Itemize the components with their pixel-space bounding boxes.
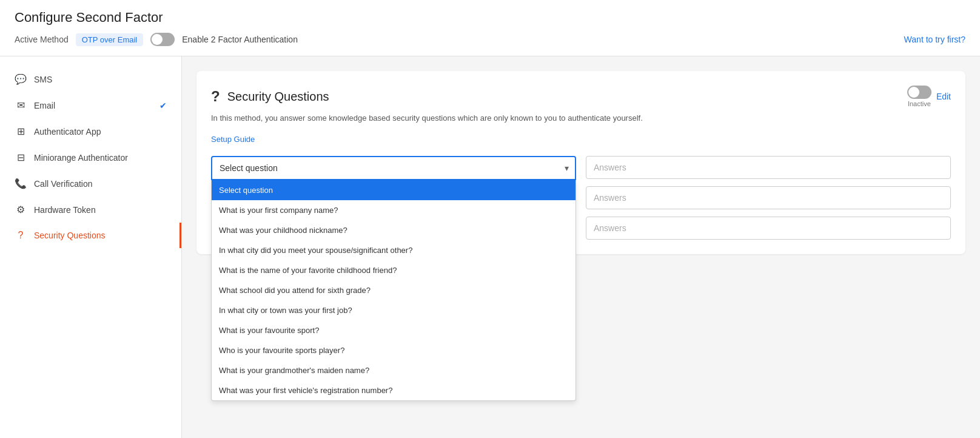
page-title: Configure Second Factor	[15, 10, 965, 25]
call-verification-icon: 📞	[15, 178, 27, 189]
email-check-icon: ✔	[159, 101, 167, 110]
card-description: In this method, you answer some knowledg…	[211, 112, 951, 124]
inactive-toggle-wrapper: Inactive	[907, 86, 931, 107]
sidebar-item-security-questions[interactable]: ?Security Questions	[0, 223, 181, 248]
sms-icon: 💬	[15, 73, 27, 85]
sidebar-label-miniorange-authenticator: Miniorange Authenticator	[34, 153, 128, 163]
answer-input-2[interactable]	[586, 186, 951, 209]
dropdown-item-0[interactable]: Select question	[212, 180, 576, 200]
content-area: ? Security Questions Inactive Edit In th…	[182, 56, 980, 438]
enable-2fa-toggle[interactable]	[150, 33, 175, 46]
sidebar-item-email[interactable]: ✉Email✔	[0, 92, 181, 118]
sidebar-label-sms: SMS	[34, 75, 52, 84]
miniorange-authenticator-icon: ⊟	[15, 152, 27, 163]
answer-input-1[interactable]	[586, 156, 951, 179]
security-questions-card: ? Security Questions Inactive Edit In th…	[196, 71, 965, 254]
dropdown-item-4[interactable]: What is the name of your favorite childh…	[212, 260, 576, 280]
sidebar-item-call-verification[interactable]: 📞Call Verification	[0, 170, 181, 197]
dropdown-item-1[interactable]: What is your first company name?	[212, 200, 576, 220]
card-controls: Inactive Edit	[907, 86, 951, 107]
sidebar-item-authenticator-app[interactable]: ⊞Authenticator App	[0, 118, 181, 144]
dropdown-item-8[interactable]: Who is your favourite sports player?	[212, 340, 576, 360]
sidebar-item-sms[interactable]: 💬SMS	[0, 66, 181, 92]
method-badge: OTP over Email	[76, 33, 144, 46]
card-title: Security Questions	[227, 90, 329, 104]
main-layout: 💬SMS✉Email✔⊞Authenticator App⊟Miniorange…	[0, 56, 980, 438]
header-row: Active Method OTP over Email Enable 2 Fa…	[15, 33, 965, 46]
security-questions-icon: ?	[15, 230, 27, 241]
setup-guide-link[interactable]: Setup Guide	[211, 135, 255, 144]
sidebar-label-call-verification: Call Verification	[34, 179, 93, 189]
enable-2fa-label: Enable 2 Factor Authentication	[182, 35, 298, 44]
sidebar: 💬SMS✉Email✔⊞Authenticator App⊟Miniorange…	[0, 56, 182, 438]
card-header: ? Security Questions Inactive Edit	[211, 86, 951, 107]
answer-input-3[interactable]	[586, 217, 951, 240]
security-question-icon: ?	[211, 88, 220, 105]
dropdown-item-10[interactable]: What was your first vehicle's registrati…	[212, 380, 576, 400]
email-icon: ✉	[15, 99, 27, 111]
sidebar-label-hardware-token: Hardware Token	[34, 205, 96, 215]
sidebar-label-email: Email	[34, 101, 55, 110]
dropdown-item-7[interactable]: What is your favourite sport?	[212, 320, 576, 340]
edit-link[interactable]: Edit	[936, 92, 951, 101]
question-dropdown-list: Select questionWhat is your first compan…	[211, 180, 576, 401]
active-method-label: Active Method	[15, 35, 69, 44]
sidebar-item-hardware-token[interactable]: ⚙Hardware Token	[0, 197, 181, 223]
dropdown-item-3[interactable]: In what city did you meet your spouse/si…	[212, 240, 576, 260]
authenticator-app-icon: ⊞	[15, 126, 27, 137]
inactive-label: Inactive	[908, 100, 931, 107]
sidebar-label-security-questions: Security Questions	[34, 231, 106, 240]
answers-column	[586, 156, 951, 240]
dropdown-item-5[interactable]: What school did you attend for sixth gra…	[212, 280, 576, 300]
question-select[interactable]: Select questionWhat is your first compan…	[211, 156, 576, 180]
dropdown-item-2[interactable]: What was your childhood nickname?	[212, 220, 576, 240]
form-area: Select questionWhat is your first compan…	[211, 156, 951, 240]
questions-column: Select questionWhat is your first compan…	[211, 156, 576, 240]
sidebar-item-miniorange-authenticator[interactable]: ⊟Miniorange Authenticator	[0, 144, 181, 170]
want-to-try-link[interactable]: Want to try first?	[904, 35, 965, 44]
hardware-token-icon: ⚙	[15, 204, 27, 215]
question-select-wrapper: Select questionWhat is your first compan…	[211, 156, 576, 180]
dropdown-item-6[interactable]: In what city or town was your first job?	[212, 300, 576, 320]
inactive-status-toggle[interactable]	[907, 86, 931, 99]
sidebar-label-authenticator-app: Authenticator App	[34, 127, 101, 136]
page-header: Configure Second Factor Active Method OT…	[0, 0, 980, 56]
dropdown-item-9[interactable]: What is your grandmother's maiden name?	[212, 360, 576, 380]
